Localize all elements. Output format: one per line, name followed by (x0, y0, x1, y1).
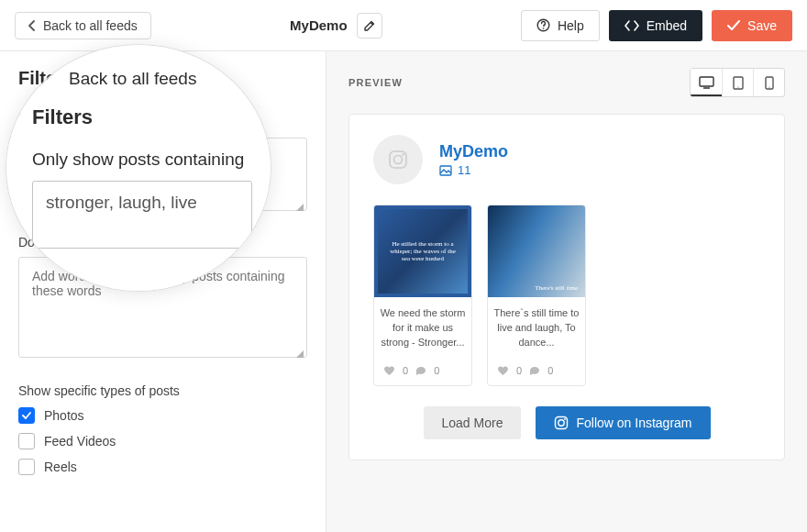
svg-rect-2 (700, 77, 713, 86)
heart-icon[interactable] (383, 365, 395, 376)
chevron-left-icon (28, 20, 36, 31)
follow-label: Follow on Instagram (576, 416, 691, 430)
embed-label: Embed (647, 18, 687, 33)
svg-point-8 (394, 156, 403, 164)
post-meta: 0 0 (374, 360, 471, 385)
avatar[interactable] (373, 135, 423, 184)
back-button[interactable]: Back to all feeds (15, 12, 151, 39)
only-show-label-row: Only show posts containing i (18, 109, 307, 128)
device-tab-tablet[interactable] (722, 69, 753, 96)
back-label: Back to all feeds (43, 18, 138, 33)
comment-icon[interactable] (529, 365, 540, 376)
code-icon (625, 20, 639, 31)
svg-point-4 (737, 86, 738, 87)
mobile-icon (765, 76, 774, 90)
comment-count: 0 (434, 365, 439, 376)
post-caption: There`s still time to live and laugh, To… (488, 297, 585, 360)
post-count: 11 (458, 163, 470, 177)
do-not-show-label: Do not show posts containing (18, 235, 186, 249)
image-icon (439, 165, 452, 176)
post-image: There's still time (488, 205, 585, 297)
post-image-text: There's still time (535, 284, 578, 292)
only-show-input[interactable] (18, 138, 307, 211)
help-icon (536, 18, 550, 32)
load-more-button[interactable]: Load More (424, 406, 522, 439)
posts-grid: He stilled the storm to a whisper; the w… (373, 205, 760, 386)
do-not-show-label-row: Do not show posts containing i (18, 235, 307, 249)
profile-stats[interactable]: 11 (439, 163, 508, 177)
checkbox-row-reels[interactable]: Reels (18, 459, 307, 475)
post-card[interactable]: There's still time There`s still time to… (487, 205, 586, 386)
checkmark-icon (22, 411, 31, 420)
header-actions: Help Embed Save (521, 10, 792, 41)
checkbox-feed-videos[interactable] (18, 433, 35, 449)
checkbox-photos[interactable] (18, 407, 35, 424)
svg-point-13 (565, 418, 567, 420)
edit-name-button[interactable] (357, 13, 382, 39)
profile-name[interactable]: MyDemo (439, 142, 508, 161)
checkbox-row-photos[interactable]: Photos (18, 407, 307, 424)
preview-heading: PREVIEW (348, 77, 403, 88)
post-image: He stilled the storm to a whisper; the w… (374, 205, 471, 297)
help-button[interactable]: Help (521, 10, 600, 41)
checkbox-label: Photos (44, 408, 84, 423)
types-heading: Show specific types of posts (18, 383, 307, 398)
profile-info: MyDemo 11 (439, 142, 508, 177)
checkbox-row-feed-videos[interactable]: Feed Videos (18, 433, 307, 449)
pencil-icon (363, 19, 376, 32)
do-not-show-input[interactable] (18, 257, 307, 358)
device-tabs (690, 68, 785, 97)
post-image-text: He stilled the storm to a whisper; the w… (387, 240, 459, 262)
comment-icon[interactable] (415, 365, 426, 376)
post-meta: 0 0 (488, 360, 585, 385)
feed-name: MyDemo (290, 17, 348, 33)
info-icon[interactable]: i (192, 236, 205, 249)
instagram-icon (554, 416, 569, 430)
desktop-icon (699, 76, 714, 89)
profile-row: MyDemo 11 (373, 135, 760, 184)
svg-point-9 (402, 153, 404, 155)
save-button[interactable]: Save (712, 10, 792, 41)
like-count: 0 (516, 365, 522, 376)
instagram-icon (387, 149, 409, 171)
like-count: 0 (403, 365, 408, 376)
svg-rect-10 (440, 166, 451, 175)
feed-preview-card: MyDemo 11 He stilled the storm to a whis… (348, 114, 785, 460)
follow-button[interactable]: Follow on Instagram (536, 406, 710, 439)
post-card[interactable]: He stilled the storm to a whisper; the w… (373, 205, 472, 386)
header-center: MyDemo (162, 13, 510, 39)
device-tab-desktop[interactable] (691, 69, 722, 96)
svg-point-1 (543, 28, 545, 29)
preview-actions: Load More Follow on Instagram (373, 406, 760, 439)
filters-heading: Filters (18, 68, 307, 89)
save-label: Save (747, 18, 777, 33)
comment-count: 0 (547, 365, 553, 376)
svg-point-12 (558, 420, 564, 426)
topbar: Back to all feeds MyDemo Help Embed Save (0, 0, 807, 51)
resize-handle-icon[interactable] (296, 350, 304, 358)
checkbox-reels[interactable] (18, 459, 35, 475)
info-icon[interactable]: i (225, 112, 238, 126)
sidebar: Filters Only show posts containing i Do … (0, 51, 326, 532)
check-icon (727, 20, 740, 31)
checkbox-label: Reels (44, 460, 77, 474)
resize-handle-icon[interactable] (296, 204, 304, 211)
heart-icon[interactable] (497, 365, 509, 376)
checkbox-label: Feed Videos (44, 434, 116, 449)
device-tab-mobile[interactable] (753, 69, 784, 96)
preview-panel: PREVIEW MyDemo (326, 51, 807, 532)
post-caption: We need the storm for it make us strong … (374, 297, 471, 360)
only-show-label: Only show posts containing (18, 109, 219, 128)
svg-point-6 (768, 86, 769, 87)
embed-button[interactable]: Embed (609, 10, 702, 41)
main: Filters Only show posts containing i Do … (0, 51, 807, 532)
tablet-icon (733, 76, 744, 90)
preview-top: PREVIEW (348, 68, 785, 97)
help-label: Help (558, 18, 584, 33)
